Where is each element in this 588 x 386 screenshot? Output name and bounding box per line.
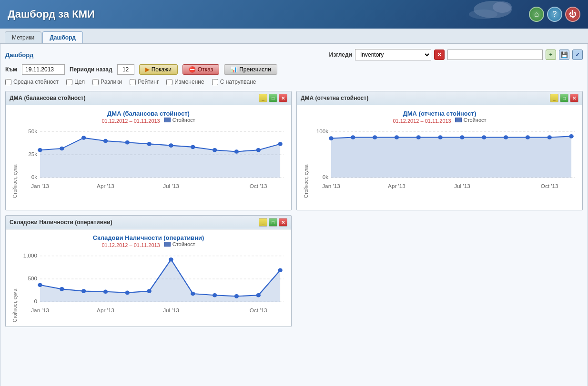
period-input[interactable]: [117, 64, 134, 75]
svg-point-60: [169, 257, 173, 262]
add-view-button[interactable]: +: [546, 49, 556, 60]
legend-box-2: [455, 118, 462, 122]
legend-box-1: [164, 118, 171, 122]
views-select[interactable]: Inventory: [355, 49, 431, 60]
recalc-button[interactable]: 📊 Преизчисли: [224, 64, 277, 75]
svg-point-34: [395, 135, 399, 139]
chart-main-title-3: Складови Наличности (оперативни): [10, 234, 286, 241]
panel-dma-report: ДМА (отчетна стойност) _ □ ✕ ДМА (отчетн…: [296, 91, 583, 210]
svg-point-2: [469, 10, 497, 19]
svg-text:Jul '13: Jul '13: [163, 307, 179, 313]
svg-text:0k: 0k: [323, 175, 329, 180]
svg-text:Oct '13: Oct '13: [541, 183, 558, 188]
main-container: Метрики Дашборд Дашборд Изгледи Inventor…: [0, 29, 588, 386]
header-bird-decoration: [455, 0, 512, 29]
y-axis-label-1: Стойност, сума: [10, 127, 18, 198]
date-input[interactable]: [22, 64, 65, 75]
panel-dma-balance-body: ДМА (балансова стойност) 01.12.2012 – 01…: [6, 105, 291, 210]
checkbox-rating[interactable]: Рейтинг: [130, 79, 159, 85]
dashboard-label: Дашборд: [5, 51, 33, 59]
tab-metrics[interactable]: Метрики: [5, 31, 41, 43]
y-axis-label-2: Стойност, сума: [302, 127, 309, 198]
y-axis-label-3: Стойност, сума: [10, 251, 18, 322]
svg-point-11: [60, 147, 64, 151]
svg-point-63: [234, 294, 239, 298]
svg-point-33: [373, 135, 377, 139]
svg-point-35: [416, 135, 421, 139]
svg-text:100k: 100k: [316, 129, 329, 134]
svg-point-37: [460, 135, 464, 139]
svg-text:Apr '13: Apr '13: [97, 183, 114, 188]
views-clear-button[interactable]: ✕: [434, 49, 445, 60]
chart-subtitle-2: 01.12.2012 – 01.11.2013: [393, 118, 451, 124]
checkbox-cumulative[interactable]: С натрупване: [212, 79, 256, 85]
home-button[interactable]: ⌂: [529, 7, 544, 22]
svg-point-55: [60, 287, 64, 291]
save-view-button[interactable]: 💾: [559, 49, 569, 60]
chart-svg-2: 100k 0k: [309, 127, 578, 198]
checkbox-change[interactable]: Изменение: [166, 79, 204, 85]
panel-maximize-button-3[interactable]: □: [269, 218, 277, 227]
chart-main-title-1: ДМА (балансова стойност): [10, 110, 286, 117]
panel-maximize-button[interactable]: □: [269, 94, 277, 102]
panel-dma-report-title: ДМА (отчетна стойност): [301, 95, 368, 101]
search-input[interactable]: [447, 49, 543, 60]
chart-title-area-3: Складови Наличности (оперативни) 01.12.2…: [10, 234, 286, 249]
chart-subtitle-1: 01.12.2012 – 01.11.2013: [101, 118, 160, 124]
panel-dma-report-buttons: _ □ ✕: [550, 94, 578, 102]
chart-legend-3: Стойност: [164, 241, 195, 247]
svg-marker-9: [40, 138, 280, 178]
chart-inner-2: 100k 0k: [309, 127, 578, 198]
toolbar-row: Дашборд Изгледи Inventory ✕ + 💾 ✓: [5, 49, 583, 60]
tab-dashboard[interactable]: Дашборд: [42, 31, 83, 43]
panel-close-button[interactable]: ✕: [279, 94, 287, 102]
checkbox-diff[interactable]: Разлики: [92, 79, 122, 85]
panel-empty-bottom-right: [296, 215, 583, 327]
svg-point-61: [191, 292, 195, 296]
charts-top-row: ДМА (балансова стойност) _ □ ✕ ДМА (бала…: [5, 91, 583, 210]
chart-area-2: Стойност, сума 100k 0k: [302, 127, 578, 198]
content-area: Дашборд Изгледи Inventory ✕ + 💾 ✓ Към Пе…: [0, 44, 588, 386]
panel-dma-balance-header: ДМА (балансова стойност) _ □ ✕: [6, 91, 291, 105]
cancel-button[interactable]: ⛔ Отказ: [182, 64, 219, 75]
svg-point-19: [234, 149, 239, 154]
panel-maximize-button-2[interactable]: □: [560, 94, 568, 102]
help-button[interactable]: ?: [547, 7, 562, 22]
svg-point-18: [213, 148, 217, 152]
show-button[interactable]: ▶ Покажи: [139, 64, 178, 75]
panel-dma-balance: ДМА (балансова стойност) _ □ ✕ ДМА (бала…: [5, 91, 292, 210]
svg-text:Apr '13: Apr '13: [97, 307, 114, 313]
svg-point-54: [38, 283, 42, 287]
chart-area-1: Стойност, сума 50k 25k 0k: [10, 127, 286, 198]
svg-text:Jan '13: Jan '13: [322, 183, 340, 188]
svg-point-59: [147, 289, 151, 293]
confirm-view-button[interactable]: ✓: [572, 49, 583, 60]
views-label: Изгледи: [329, 51, 352, 58]
panel-minimize-button-3[interactable]: _: [259, 218, 267, 227]
checkbox-avg-value[interactable]: Средна стойност: [5, 79, 59, 85]
panel-dma-report-header: ДМА (отчетна стойност) _ □ ✕: [297, 91, 582, 105]
panel-minimize-button-2[interactable]: _: [550, 94, 558, 102]
legend-box-3: [164, 242, 171, 247]
panel-warehouse-title: Складови Наличности (оперативни): [10, 219, 112, 226]
panel-close-button-3[interactable]: ✕: [279, 218, 287, 227]
chart-main-title-2: ДМА (отчетна стойност): [302, 110, 578, 117]
chart-title-area-2: ДМА (отчетна стойност) 01.12.2012 – 01.1…: [302, 110, 578, 125]
chart-svg-1: 50k 25k 0k: [18, 127, 286, 198]
power-button[interactable]: ⏻: [565, 7, 580, 22]
svg-text:1,000: 1,000: [23, 253, 37, 258]
svg-point-17: [191, 145, 195, 149]
svg-point-10: [38, 148, 42, 152]
panel-dma-report-body: ДМА (отчетна стойност) 01.12.2012 – 01.1…: [297, 105, 582, 210]
svg-point-16: [169, 143, 173, 148]
chart-legend-1: Стойност: [164, 117, 195, 123]
panel-minimize-button[interactable]: _: [259, 94, 267, 102]
checkbox-target[interactable]: Цел: [66, 79, 85, 85]
svg-point-21: [278, 142, 282, 146]
panel-warehouse-header: Складови Наличности (оперативни) _ □ ✕: [6, 216, 291, 229]
svg-point-31: [329, 136, 333, 140]
panel-close-button-2[interactable]: ✕: [570, 94, 578, 102]
chart-inner-1: 50k 25k 0k: [18, 127, 286, 198]
svg-point-39: [504, 135, 508, 139]
panel-dma-balance-buttons: _ □ ✕: [259, 94, 287, 102]
